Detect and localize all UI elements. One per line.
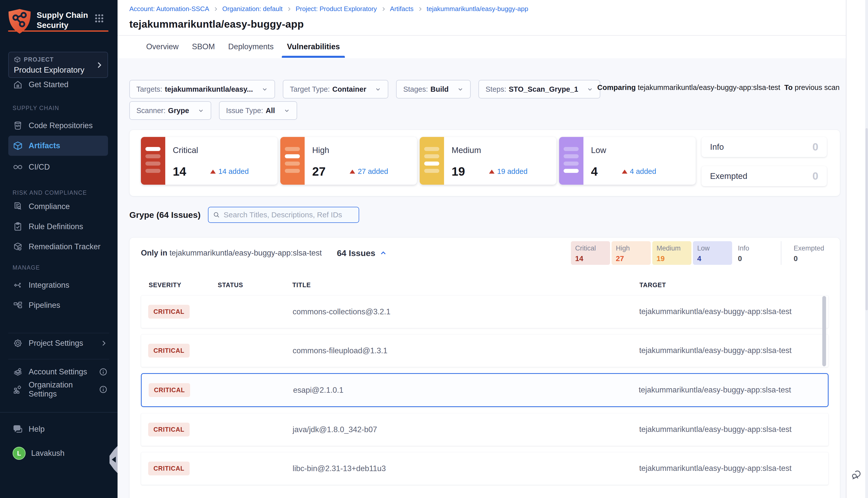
page-scrollbar[interactable] [865, 0, 868, 498]
sidebar-item-organization-settings[interactable]: Organization Settings [0, 381, 118, 398]
sidebar-item-pipelines[interactable]: Pipelines [0, 295, 118, 315]
layers-gear-icon [13, 367, 23, 377]
sidebar-nav: Get Started SUPPLY CHAIN Code Repositori… [0, 66, 118, 398]
breadcrumb-organization[interactable]: Organization: default [222, 5, 282, 13]
main-area: Account: Automation-SSCA Organization: d… [118, 0, 846, 498]
integrations-icon [13, 280, 23, 290]
table-row-selected[interactable]: CRITICAL esapi@2.1.0.1 tejakummarikuntla… [141, 373, 829, 407]
help-button[interactable]: ? Help [0, 420, 118, 439]
targets-filter-dropdown[interactable]: Targets: tejakummarikuntla/easy... [129, 80, 275, 99]
breadcrumb-account[interactable]: Account: Automation-SSCA [129, 5, 209, 13]
breadcrumb: Account: Automation-SSCA Organization: d… [129, 5, 846, 13]
info-card[interactable]: Info 0 [702, 137, 827, 157]
scanner-filter-dropdown[interactable]: Scanner: Grype [129, 101, 211, 120]
sidebar-item-artifacts[interactable]: Artifacts [8, 136, 108, 156]
sidebar-item-rule-definitions[interactable]: Rule Definitions [0, 217, 118, 237]
page-scrollbar-thumb[interactable] [866, 128, 868, 310]
row-target: tejakummarikuntla/easy-buggy-app:slsa-te… [639, 346, 792, 355]
breadcrumb-current[interactable]: tejakummarikuntla/easy-buggy-app [427, 5, 529, 13]
chevron-down-icon [283, 107, 290, 114]
exempted-card[interactable]: Exempted 0 [702, 166, 827, 186]
sidebar-item-account-settings[interactable]: Account Settings [0, 363, 118, 381]
column-status: STATUS [218, 281, 292, 289]
issues-search[interactable] [208, 207, 359, 223]
severity-badge: CRITICAL [149, 383, 190, 397]
issues-rows: CRITICAL commons-collections@3.2.1 tejak… [141, 295, 829, 485]
high-bar-icon [280, 137, 305, 185]
home-icon [13, 79, 23, 90]
breadcrumb-artifacts[interactable]: Artifacts [390, 5, 414, 13]
row-target: tejakummarikuntla/easy-buggy-app:slsa-te… [639, 464, 792, 473]
column-severity: SEVERITY [141, 281, 218, 289]
sidebar-item-integrations[interactable]: Integrations [0, 275, 118, 295]
pipelines-icon [13, 300, 23, 311]
artifacts-cube-icon [13, 141, 23, 151]
tab-overview[interactable]: Overview [145, 36, 179, 58]
search-input[interactable] [224, 211, 354, 219]
filters-area: Targets: tejakummarikuntla/easy... Targe… [129, 58, 840, 120]
trend-up-icon [350, 170, 355, 174]
sidebar-item-compliance[interactable]: Compliance [0, 196, 118, 217]
sidebar-item-cicd[interactable]: CI/CD [0, 157, 118, 177]
high-card[interactable]: High 27 27 added [280, 137, 417, 185]
sidebar-item-code-repositories[interactable]: Code Repositories [0, 116, 118, 136]
infinity-icon [13, 162, 23, 172]
app-logo-row: Supply Chain Security [0, 0, 118, 34]
app-switcher-grid-icon[interactable] [94, 13, 105, 24]
sidebar-item-project-settings[interactable]: Project Settings [0, 333, 118, 353]
issues-toolbar: Grype (64 Issues) [129, 207, 840, 223]
user-menu[interactable]: L Lavakush [0, 444, 118, 463]
stages-filter-dropdown[interactable]: Stages: Build [396, 80, 471, 99]
table-row[interactable]: CRITICAL java/jdk@1.8.0_342-b07 tejakumm… [141, 413, 829, 446]
chat-bubbles-icon[interactable] [851, 469, 862, 481]
medium-card[interactable]: Medium 19 19 added [420, 137, 556, 185]
table-column-headers: SEVERITY STATUS TITLE TARGET [141, 281, 829, 289]
row-title: java/jdk@1.8.0_342-b07 [293, 425, 377, 434]
tab-deployments[interactable]: Deployments [227, 36, 275, 58]
sidebar-footer: ? Help L Lavakush [0, 412, 118, 498]
chip-medium[interactable]: Medium19 [652, 241, 692, 265]
chip-critical[interactable]: Critical14 [571, 241, 610, 265]
chip-exempted[interactable]: Exempted0 [789, 241, 829, 265]
row-title: esapi@2.1.0.1 [293, 386, 343, 394]
chevron-right-icon [100, 339, 107, 347]
tab-bar: Overview SBOM Deployments Vulnerabilitie… [118, 36, 846, 58]
nav-section-risk: RISK AND COMPLIANCE [0, 189, 118, 196]
target-type-filter-dropdown[interactable]: Target Type: Container [283, 80, 388, 99]
gear-icon [13, 338, 23, 349]
chip-low[interactable]: Low4 [693, 241, 732, 265]
tab-sbom[interactable]: SBOM [191, 36, 216, 58]
table-row[interactable]: CRITICAL libc-bin@2.31-13+deb11u3 tejaku… [141, 452, 829, 485]
info-icon[interactable] [99, 385, 107, 394]
right-gutter [846, 0, 865, 498]
chevron-right-icon [286, 6, 292, 12]
page-title: tejakummarikuntla/easy-buggy-app [129, 18, 846, 30]
project-label: PROJECT [24, 56, 54, 63]
chip-info[interactable]: Info0 [734, 241, 773, 265]
steps-filter-dropdown[interactable]: Steps: STO_Scan_Grype_1 [479, 80, 600, 99]
document-search-icon [13, 201, 23, 212]
tab-vulnerabilities[interactable]: Vulnerabilities [286, 36, 341, 58]
table-scrollbar-thumb[interactable] [822, 296, 826, 366]
column-title: TITLE [292, 281, 639, 289]
critical-bar-icon [141, 137, 165, 185]
table-row[interactable]: CRITICAL commons-fileupload@1.3.1 tejaku… [141, 334, 829, 367]
table-row[interactable]: CRITICAL commons-collections@3.2.1 tejak… [141, 295, 829, 328]
issue-type-filter-dropdown[interactable]: Issue Type: All [219, 101, 297, 120]
chip-high[interactable]: High27 [612, 241, 651, 265]
critical-count: 14 [173, 165, 186, 179]
chevron-down-icon [375, 86, 381, 92]
sidebar-item-remediation-tracker[interactable]: Remediation Tracker [0, 237, 118, 257]
sidebar-item-get-started[interactable]: Get Started [0, 75, 118, 95]
severity-badge: CRITICAL [148, 423, 190, 436]
chevron-up-icon[interactable] [379, 249, 387, 257]
breadcrumb-project[interactable]: Project: Product Exploratory [296, 5, 377, 13]
info-icon[interactable] [99, 368, 107, 376]
critical-card[interactable]: Critical 14 14 added [141, 137, 278, 185]
chevron-right-icon [381, 6, 386, 12]
low-bar-icon [559, 137, 584, 185]
severity-badge: CRITICAL [148, 344, 190, 357]
chevron-down-icon [198, 107, 204, 114]
low-card[interactable]: Low 4 4 added [559, 137, 696, 185]
divider [781, 241, 782, 265]
